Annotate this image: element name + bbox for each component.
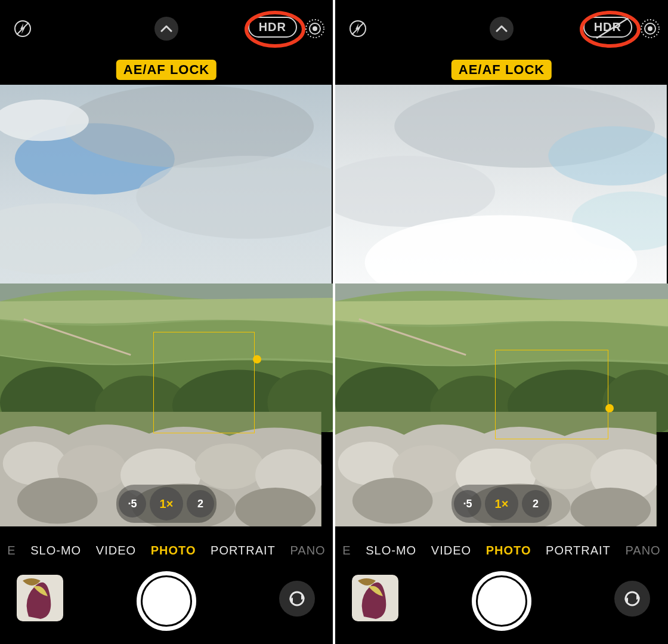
live-photo-toggle[interactable]	[303, 17, 327, 41]
mode-timelapse-edge[interactable]: E	[7, 544, 16, 557]
top-toolbar: HDR	[335, 0, 668, 55]
shutter-button-inner	[478, 577, 525, 625]
camera-flip-button[interactable]	[279, 581, 315, 617]
mode-photo[interactable]: PHOTO	[151, 544, 196, 557]
chevron-up-icon	[160, 25, 172, 32]
mode-photo[interactable]: PHOTO	[486, 544, 531, 557]
flash-off-icon	[349, 20, 367, 38]
zoom-2x[interactable]: 2	[522, 490, 549, 517]
zoom-selector[interactable]: ·5 1× 2	[451, 485, 552, 523]
focus-lock-indicator	[495, 350, 608, 439]
zoom-1x[interactable]: 1×	[485, 487, 518, 520]
mode-portrait[interactable]: PORTRAIT	[211, 544, 276, 557]
mode-pano-edge[interactable]: PANO	[625, 544, 660, 557]
hdr-toggle[interactable]: HDR	[248, 17, 297, 38]
zoom-0.5x[interactable]: ·5	[454, 490, 481, 517]
live-photo-toggle[interactable]	[638, 17, 662, 41]
live-photo-icon	[305, 19, 325, 39]
mode-video[interactable]: VIDEO	[96, 544, 136, 557]
shutter-button-inner	[143, 577, 190, 625]
camera-options-toggle[interactable]	[154, 17, 178, 41]
camera-mode-selector[interactable]: E SLO-MO VIDEO PHOTO PORTRAIT PANO	[335, 537, 668, 563]
thumbnail-image	[352, 575, 398, 621]
top-toolbar: HDR	[0, 0, 333, 55]
last-photo-thumbnail[interactable]	[352, 575, 398, 621]
svg-point-23	[17, 477, 98, 523]
zoom-0.5x[interactable]: ·5	[119, 490, 146, 517]
camera-app-screenshot-hdr-off: HDR AE/AF LOCK	[335, 0, 668, 644]
exposure-slider-handle[interactable]	[253, 355, 261, 363]
camera-app-screenshot-hdr-on: HDR AE/AF LOCK	[0, 0, 333, 644]
mode-pano-edge[interactable]: PANO	[290, 544, 325, 557]
ae-af-lock-badge: AE/AF LOCK	[116, 60, 217, 80]
mode-timelapse-edge[interactable]: E	[342, 544, 351, 557]
svg-point-51	[352, 477, 433, 523]
last-photo-thumbnail[interactable]	[17, 575, 63, 621]
mode-slomo[interactable]: SLO-MO	[366, 544, 416, 557]
mode-slomo[interactable]: SLO-MO	[30, 544, 81, 557]
hdr-toggle[interactable]: HDR	[583, 17, 632, 38]
live-photo-icon	[640, 19, 660, 39]
svg-point-32	[648, 26, 652, 31]
ae-af-lock-badge: AE/AF LOCK	[451, 60, 552, 80]
svg-point-49	[530, 443, 599, 489]
mode-portrait[interactable]: PORTRAIT	[546, 544, 611, 557]
thumbnail-image	[17, 575, 63, 621]
zoom-selector[interactable]: ·5 1× 2	[116, 485, 217, 523]
shutter-button[interactable]	[137, 571, 196, 631]
camera-flip-icon	[287, 590, 307, 608]
svg-point-4	[313, 26, 317, 31]
mode-video[interactable]: VIDEO	[431, 544, 471, 557]
flash-off-icon	[14, 20, 32, 38]
camera-flip-button[interactable]	[614, 581, 650, 617]
svg-point-21	[195, 443, 264, 489]
chevron-up-icon	[496, 25, 508, 32]
camera-viewfinder[interactable]: ·5 1× 2	[0, 85, 333, 526]
camera-flip-icon	[622, 590, 642, 608]
zoom-2x[interactable]: 2	[187, 490, 214, 517]
camera-options-toggle[interactable]	[490, 17, 514, 41]
flash-toggle[interactable]	[346, 17, 370, 41]
focus-lock-indicator	[153, 332, 255, 433]
camera-mode-selector[interactable]: E SLO-MO VIDEO PHOTO PORTRAIT PANO	[0, 537, 333, 563]
shutter-button[interactable]	[472, 571, 531, 631]
camera-viewfinder[interactable]: ·5 1× 2	[335, 85, 668, 526]
zoom-1x[interactable]: 1×	[150, 487, 183, 520]
exposure-slider-handle[interactable]	[605, 404, 614, 412]
svg-point-8	[65, 85, 314, 168]
flash-toggle[interactable]	[11, 17, 35, 41]
